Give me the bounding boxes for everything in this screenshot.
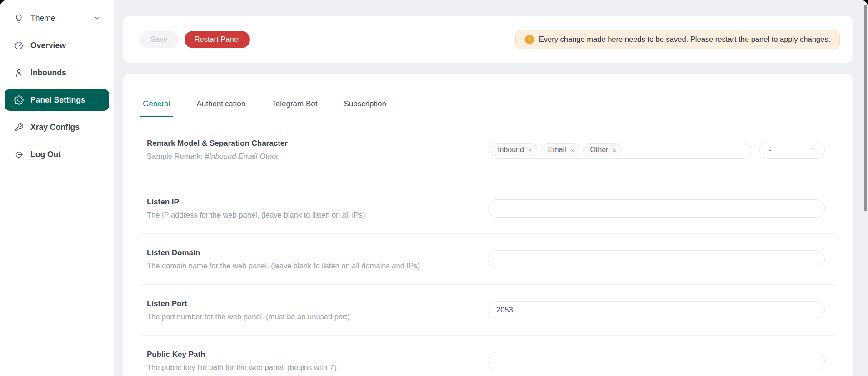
alert-text: Every change made here needs to be saved… <box>539 35 830 44</box>
remark-model-tag-select[interactable]: Inbound × Email × Other × <box>488 141 752 159</box>
row-label: Listen IP <box>147 198 488 207</box>
sidebar-item-label: Theme <box>30 14 55 23</box>
settings-card: General Authentication Telegram Bot Subs… <box>123 74 853 376</box>
row-controls: Inbound × Email × Other × - <box>488 141 825 159</box>
close-icon[interactable]: × <box>528 146 532 154</box>
tag-label: Inbound <box>498 146 524 154</box>
row-text: Remark Model & Separation Character Samp… <box>140 139 488 161</box>
save-button[interactable]: Save <box>140 31 178 48</box>
chevron-down-icon <box>810 146 817 154</box>
sidebar-item-theme[interactable]: Theme <box>5 7 109 29</box>
close-icon[interactable]: × <box>570 146 574 154</box>
restart-panel-button[interactable]: Restart Panel <box>185 31 250 48</box>
warning-icon: ! <box>525 35 534 44</box>
sidebar-item-overview[interactable]: Overview <box>5 35 109 56</box>
public-key-path-input[interactable] <box>488 352 825 370</box>
tag-label: Email <box>548 146 566 154</box>
sidebar-item-panel-settings[interactable]: Panel Settings <box>5 89 109 111</box>
tag-inbound[interactable]: Inbound × <box>491 143 538 156</box>
row-label: Listen Domain <box>147 248 488 257</box>
user-icon <box>14 68 24 78</box>
row-controls <box>488 250 825 268</box>
tag-other[interactable]: Other × <box>583 143 622 156</box>
separator-character-select[interactable]: - <box>759 141 825 159</box>
sample-remark-value: #Inbound-Email-Other <box>205 152 278 160</box>
row-description: The domain name for the web panel. (leav… <box>147 262 488 270</box>
row-controls <box>488 352 825 370</box>
vertical-scrollbar-thumb[interactable] <box>864 5 867 211</box>
tag-label: Other <box>590 146 608 154</box>
tab-telegram-bot[interactable]: Telegram Bot <box>269 95 320 117</box>
row-description: The IP address for the web panel. (leave… <box>147 211 488 219</box>
sidebar-item-log-out[interactable]: Log Out <box>5 143 109 165</box>
listen-ip-input[interactable] <box>488 199 825 218</box>
wrench-icon <box>14 122 24 132</box>
gear-icon <box>14 95 24 105</box>
logout-icon <box>14 149 24 159</box>
separator-selected-value: - <box>769 146 772 154</box>
app-window: Theme Overview Inbounds <box>0 0 868 376</box>
row-description: The public key file path for the web pan… <box>147 363 488 372</box>
sidebar-item-label: Inbounds <box>30 68 66 78</box>
sidebar-item-label: Log Out <box>30 150 61 159</box>
toolbar-card: Save Restart Panel ! Every change made h… <box>123 16 853 63</box>
save-warning-alert: ! Every change made here needs to be sav… <box>515 30 840 49</box>
tag-email[interactable]: Email × <box>541 143 580 156</box>
row-label: Public Key Path <box>147 350 488 359</box>
sample-remark-prefix: Sample Remark: <box>147 152 205 160</box>
row-text: Public Key Path The public key file path… <box>140 350 488 372</box>
row-controls <box>488 301 825 319</box>
row-label: Listen Port <box>147 299 488 308</box>
row-controls <box>488 199 825 218</box>
sidebar-item-inbounds[interactable]: Inbounds <box>5 62 109 84</box>
form-row-public-key-path: Public Key Path The public key file path… <box>140 336 836 376</box>
listen-domain-input[interactable] <box>488 250 825 268</box>
sidebar-item-label: Xray Configs <box>30 123 80 132</box>
tab-authentication[interactable]: Authentication <box>194 95 248 117</box>
form-row-listen-domain: Listen Domain The domain name for the we… <box>140 234 836 285</box>
chevron-down-icon <box>94 15 101 22</box>
row-description: Sample Remark: #Inbound-Email-Other <box>147 152 488 161</box>
row-description: The port number for the web panel. (must… <box>147 312 488 321</box>
row-text: Listen IP The IP address for the web pan… <box>140 198 488 219</box>
row-text: Listen Port The port number for the web … <box>140 299 488 321</box>
dashboard-icon <box>14 40 24 50</box>
sidebar-item-label: Panel Settings <box>30 95 85 105</box>
form-row-remark-model: Remark Model & Separation Character Samp… <box>140 117 836 183</box>
tab-subscription[interactable]: Subscription <box>341 95 389 117</box>
listen-port-input[interactable] <box>488 301 825 319</box>
form-row-listen-ip: Listen IP The IP address for the web pan… <box>140 183 836 234</box>
row-label: Remark Model & Separation Character <box>147 139 488 148</box>
panel-page: Theme Overview Inbounds <box>0 0 868 376</box>
bulb-icon <box>14 13 24 23</box>
sidebar-item-label: Overview <box>30 41 66 50</box>
form-row-listen-port: Listen Port The port number for the web … <box>140 285 836 336</box>
sidebar-item-xray-configs[interactable]: Xray Configs <box>5 116 109 138</box>
sidebar: Theme Overview Inbounds <box>0 0 114 376</box>
close-icon[interactable]: × <box>612 146 616 154</box>
row-text: Listen Domain The domain name for the we… <box>140 248 488 270</box>
tab-bar: General Authentication Telegram Bot Subs… <box>140 95 836 117</box>
tab-general[interactable]: General <box>140 95 173 117</box>
